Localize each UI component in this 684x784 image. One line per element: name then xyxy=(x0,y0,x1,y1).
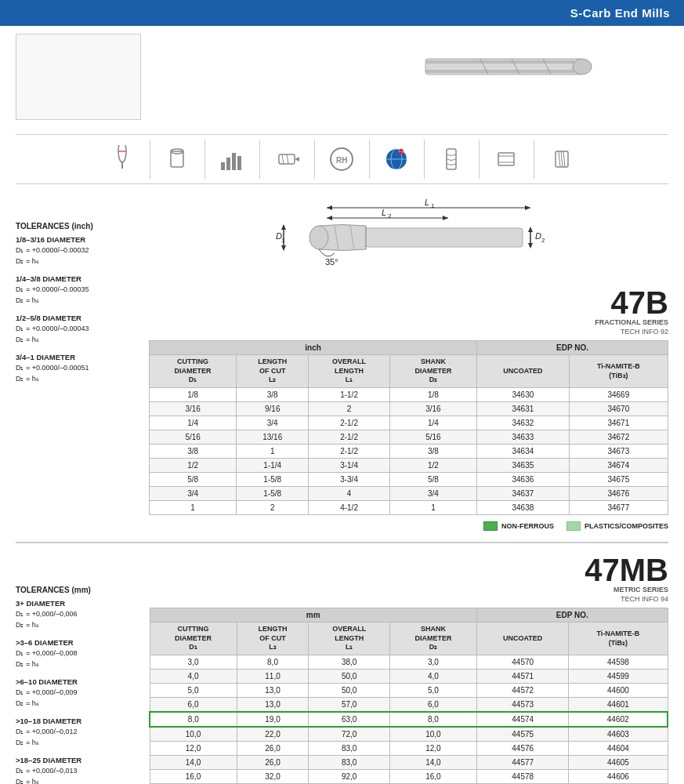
metric-tech-info: TECH INFO 94 xyxy=(584,595,668,603)
table-row: 4,011,050,04,04457144599 xyxy=(150,670,668,684)
table-row: 1/21-1/43-1/41/23463534674 xyxy=(150,459,668,473)
metric-series-id-block: 47MB METRIC SERIES TECH INFO 94 xyxy=(584,554,668,603)
svg-text:RH: RH xyxy=(336,156,347,165)
icon-cell-4flute xyxy=(534,140,589,179)
tol-title-2: 1/4–3/8 DIAMETER xyxy=(16,274,141,283)
chart-icon xyxy=(218,145,246,173)
series-number: 47B xyxy=(595,287,668,318)
tol-line-3b: D₂ = h₆ xyxy=(16,335,141,346)
top-area xyxy=(0,26,684,128)
svg-marker-36 xyxy=(281,245,286,251)
svg-line-32 xyxy=(563,151,565,167)
tol-line-2a: D₁ = +0.0000/–0.00035 xyxy=(16,285,141,296)
unit-header-row: inch EDP NO. xyxy=(150,341,668,355)
metric-edp-cell: EDP NO. xyxy=(476,608,668,622)
drill-icon xyxy=(108,145,136,173)
svg-marker-55 xyxy=(528,227,533,232)
svg-text:D: D xyxy=(535,231,541,241)
svg-rect-13 xyxy=(226,158,230,170)
top-right xyxy=(141,34,668,93)
metric-tolerances: TOLERANCES (mm) 3+ DIAMETER D₁ = +0,000/… xyxy=(16,554,149,784)
metric-col-cutting-dia: CUTTINGDIAMETERD₁ xyxy=(150,622,237,655)
legend-non-ferrous: NON-FERROUS xyxy=(483,521,554,531)
svg-rect-15 xyxy=(237,156,241,170)
svg-rect-49 xyxy=(366,228,523,247)
col-shank-dia: SHANKDIAMETERD₂ xyxy=(389,355,476,388)
table-row: 16,032,092,016,04457844606 xyxy=(150,770,668,784)
icon-row: RH POS xyxy=(16,134,668,184)
tol-line-4a: D₁ = +0.0000/–0.00051 xyxy=(16,363,141,374)
metric-series-number: 47MB xyxy=(584,554,668,586)
legend-plastics: PLASTICS/COMPOSITES xyxy=(566,521,668,531)
table-row: 14,026,083,014,04457744605 xyxy=(150,756,668,770)
col-header-row: CUTTINGDIAMETERD₁ LENGTHOF CUTL₂ OVERALL… xyxy=(150,355,668,388)
end-mill-illustration xyxy=(418,42,668,93)
tech-info-label: TECH INFO 92 xyxy=(595,328,668,336)
fractional-series-header: 47B FRACTIONAL SERIES TECH INFO 92 xyxy=(149,287,668,336)
tolerances-title: TOLERANCES (inch) xyxy=(16,222,141,230)
svg-text:L: L xyxy=(425,198,429,207)
unit-cell: inch xyxy=(150,341,477,355)
fractional-table: inch EDP NO. CUTTINGDIAMETERD₁ LENGTHOF … xyxy=(149,340,668,515)
svg-rect-2 xyxy=(425,70,574,73)
table-row: 5/81-5/83-3/45/83463634675 xyxy=(150,473,668,487)
svg-marker-40 xyxy=(327,216,332,220)
metric-col-tinamite: Ti-NAMITE-B(TiB₂) xyxy=(569,622,668,655)
metric-table-body: 3,08,038,03,044570445984,011,050,04,0445… xyxy=(150,655,668,784)
col-length-cut: LENGTHOF CUTL₂ xyxy=(237,355,309,388)
metric-tol-group-1: 3+ DIAMETER D₁ = +0,000/–0,006 D₂ = h₆ xyxy=(16,599,141,630)
svg-text:1: 1 xyxy=(431,202,435,209)
icon-cell-2 xyxy=(150,140,205,179)
rect-tool-icon xyxy=(492,145,520,173)
icon-cell-3 xyxy=(205,140,260,179)
metric-unit-cell: mm xyxy=(150,608,476,622)
tol-group-3: 1/2–5/8 DIAMETER D₁ = +0.0000/–0.00043 D… xyxy=(16,314,141,345)
table-row: 5,013,050,05,04457244600 xyxy=(150,684,668,698)
col-tinamite: Ti-NAMITE-B(TiB₂) xyxy=(569,355,668,388)
table-row: 1/83/81-1/21/83463034669 xyxy=(150,388,668,402)
metric-tol-title: TOLERANCES (mm) xyxy=(16,586,141,594)
svg-marker-56 xyxy=(528,243,533,249)
fractional-tolerances: TOLERANCES (inch) 1/8–3/16 DIAMETER D₁ =… xyxy=(16,191,149,531)
non-ferrous-label: NON-FERROUS xyxy=(501,522,554,530)
section-divider xyxy=(16,542,668,543)
svg-rect-26 xyxy=(447,149,456,169)
four-flute-icon xyxy=(548,145,576,173)
edp-cell: EDP NO. xyxy=(477,341,668,355)
plastics-label: PLASTICS/COMPOSITES xyxy=(584,522,668,530)
legend-area: NON-FERROUS PLASTICS/COMPOSITES xyxy=(149,521,668,531)
svg-text:2: 2 xyxy=(541,237,545,244)
svg-line-17 xyxy=(282,154,284,164)
rh-icon: RH xyxy=(328,145,356,173)
tol-title-4: 3/4–1 DIAMETER xyxy=(16,353,141,361)
plastics-badge xyxy=(566,521,581,531)
icon-cell-rect xyxy=(480,140,534,179)
metric-series-header: 47MB METRIC SERIES TECH INFO 94 xyxy=(149,554,668,603)
tool-diagram: D 1 L 2 L 1 xyxy=(241,191,577,281)
metric-col-uncoated: UNCOATED xyxy=(476,622,568,655)
svg-point-7 xyxy=(118,145,126,162)
svg-rect-27 xyxy=(498,153,514,165)
table-row: 8,019,063,08,04457444602 xyxy=(150,712,668,727)
tol-title-3: 1/2–5/8 DIAMETER xyxy=(16,314,141,322)
tol-line-2b: D₂ = h₆ xyxy=(16,296,141,307)
svg-rect-12 xyxy=(221,162,225,170)
col-overall-length: OVERALLLENGTHL₁ xyxy=(309,355,390,388)
table-row: 1/43/42-1/21/43463234671 xyxy=(150,416,668,430)
svg-rect-1 xyxy=(425,60,574,64)
series-label: FRACTIONAL SERIES xyxy=(595,318,668,326)
fractional-table-body: 1/83/81-1/21/834630346693/169/1623/16346… xyxy=(150,388,668,515)
metric-section: TOLERANCES (mm) 3+ DIAMETER D₁ = +0,000/… xyxy=(0,554,684,784)
metric-col-shank: SHANKDIAMETERD₂ xyxy=(389,622,476,655)
metric-table: mm EDP NO. CUTTINGDIAMETERD₁ LENGTHOF CU… xyxy=(149,608,668,784)
svg-line-18 xyxy=(287,154,288,164)
twist-icon xyxy=(437,145,465,173)
svg-marker-41 xyxy=(443,216,448,220)
tol-line-3a: D₁ = +0.0000/–0.00043 xyxy=(16,324,141,335)
svg-point-3 xyxy=(573,59,592,74)
icon-cell-globe: POS xyxy=(370,140,425,179)
table-row: 3/169/1623/163463134670 xyxy=(150,402,668,416)
header-title: S-Carb End Mills xyxy=(570,6,670,20)
metric-right-col: 47MB METRIC SERIES TECH INFO 94 mm EDP N… xyxy=(149,554,668,784)
tol-line-1b: D₂ = h₆ xyxy=(16,256,141,267)
